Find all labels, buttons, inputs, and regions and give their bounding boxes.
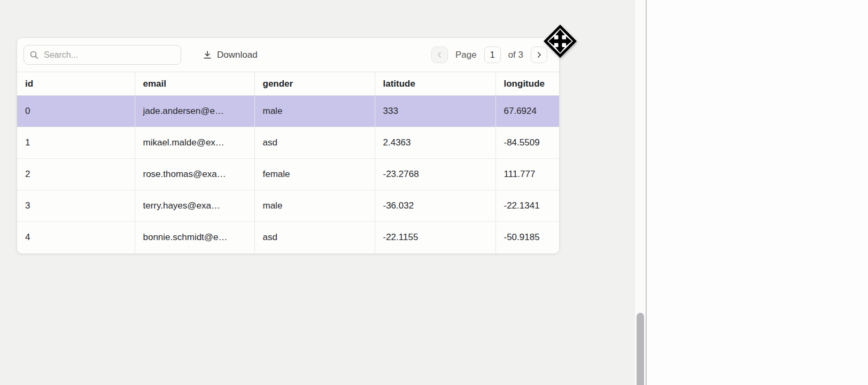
download-button[interactable]: Download	[203, 50, 258, 60]
table-cell[interactable]: jade.andersen@e…	[135, 96, 254, 127]
table-cell[interactable]: female	[254, 159, 375, 190]
table-cell[interactable]: terry.hayes@exa…	[135, 190, 254, 222]
column-header-email[interactable]: email	[135, 72, 254, 96]
search-box[interactable]	[24, 45, 181, 65]
table-cell[interactable]: 3	[17, 190, 135, 222]
content-area: Download Page of 3	[0, 0, 635, 385]
table-cell[interactable]: bonnie.schmidt@e…	[135, 222, 254, 253]
search-icon	[29, 50, 39, 60]
table-body: 0jade.andersen@e…male33367.69241mikael.m…	[17, 96, 559, 253]
chevron-left-icon	[436, 51, 444, 59]
vertical-scrollbar-track[interactable]	[635, 0, 646, 385]
table-row[interactable]: 4bonnie.schmidt@e…asd-22.1155-50.9185	[17, 222, 559, 253]
chevron-right-icon	[535, 51, 543, 59]
table-toolbar: Download Page of 3	[17, 38, 559, 72]
table-cell[interactable]: 1	[17, 127, 135, 159]
table-cell[interactable]: -22.1155	[375, 222, 495, 253]
download-icon	[203, 50, 212, 60]
table-cell[interactable]: -23.2768	[375, 159, 495, 190]
search-input[interactable]	[44, 50, 175, 60]
table-cell[interactable]: 111.777	[495, 159, 559, 190]
right-panel	[647, 0, 868, 385]
download-label: Download	[217, 50, 258, 60]
table-cell[interactable]: -84.5509	[495, 127, 559, 159]
table-cell[interactable]: male	[254, 190, 375, 222]
table-cell[interactable]: 2	[17, 159, 135, 190]
table-row[interactable]: 2rose.thomas@exa…female-23.2768111.777	[17, 159, 559, 190]
table-header-row: id email gender latitude longitude	[17, 72, 559, 96]
table-cell[interactable]: male	[254, 96, 375, 127]
table-cell[interactable]: -50.9185	[495, 222, 559, 253]
data-table: id email gender latitude longitude 0jade…	[17, 72, 559, 253]
table-cell[interactable]: asd	[254, 222, 375, 253]
next-page-button[interactable]	[531, 47, 547, 63]
vertical-scrollbar-thumb[interactable]	[637, 313, 644, 385]
pagination: Page of 3	[431, 47, 547, 63]
table-cell[interactable]: -22.1341	[495, 190, 559, 222]
column-header-latitude[interactable]: latitude	[375, 72, 495, 96]
table-cell[interactable]: 0	[17, 96, 135, 127]
column-header-longitude[interactable]: longitude	[495, 72, 559, 96]
table-row[interactable]: 0jade.andersen@e…male33367.6924	[17, 96, 559, 127]
data-table-card: Download Page of 3	[17, 37, 560, 254]
table-row[interactable]: 1mikael.malde@ex…asd2.4363-84.5509	[17, 127, 559, 159]
table-cell[interactable]: asd	[254, 127, 375, 159]
table-cell[interactable]: mikael.malde@ex…	[135, 127, 254, 159]
table-cell[interactable]: -36.032	[375, 190, 495, 222]
previous-page-button[interactable]	[431, 47, 448, 63]
table-cell[interactable]: 333	[375, 96, 495, 127]
table-cell[interactable]: 2.4363	[375, 127, 495, 159]
table-row[interactable]: 3terry.hayes@exa…male-36.032-22.1341	[17, 190, 559, 222]
table-cell[interactable]: rose.thomas@exa…	[135, 159, 254, 190]
page-label: Page	[455, 50, 477, 60]
column-header-id[interactable]: id	[17, 72, 135, 96]
page-number-input[interactable]	[484, 47, 501, 63]
page-total-label: of 3	[508, 50, 523, 60]
table-cell[interactable]: 67.6924	[495, 96, 559, 127]
column-header-gender[interactable]: gender	[254, 72, 375, 96]
table-cell[interactable]: 4	[17, 222, 135, 253]
